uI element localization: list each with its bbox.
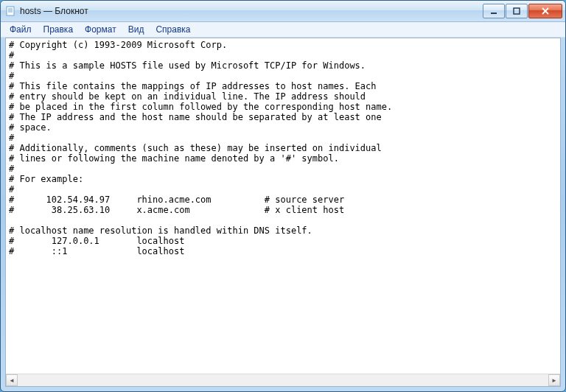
maximize-icon (513, 7, 520, 15)
menu-view[interactable]: Вид (122, 24, 150, 35)
svg-rect-0 (7, 7, 14, 15)
minimize-button[interactable] (483, 4, 505, 18)
svg-rect-4 (491, 13, 497, 14)
close-button[interactable] (528, 4, 562, 18)
window-controls (483, 4, 562, 18)
scroll-track[interactable] (18, 374, 548, 386)
menu-help[interactable]: Справка (150, 24, 196, 35)
menu-format[interactable]: Формат (79, 24, 122, 35)
maximize-button[interactable] (506, 4, 528, 18)
notepad-icon (5, 5, 17, 17)
menubar: Файл Правка Формат Вид Справка (1, 22, 565, 38)
close-icon (541, 7, 550, 15)
client-area: # Copyright (c) 1993-2009 Microsoft Corp… (5, 38, 561, 387)
scroll-left-button[interactable]: ◄ (6, 374, 18, 386)
menu-file[interactable]: Файл (4, 24, 38, 35)
notepad-window: hosts — Блокнот Файл Правка (0, 0, 566, 392)
svg-rect-5 (514, 8, 520, 14)
window-title: hosts — Блокнот (20, 6, 88, 16)
minimize-icon (490, 7, 497, 15)
text-editor[interactable]: # Copyright (c) 1993-2009 Microsoft Corp… (6, 38, 560, 374)
scroll-right-button[interactable]: ► (548, 374, 560, 386)
titlebar[interactable]: hosts — Блокнот (1, 1, 565, 22)
horizontal-scrollbar[interactable]: ◄ ► (6, 374, 560, 386)
menu-edit[interactable]: Правка (38, 24, 80, 35)
